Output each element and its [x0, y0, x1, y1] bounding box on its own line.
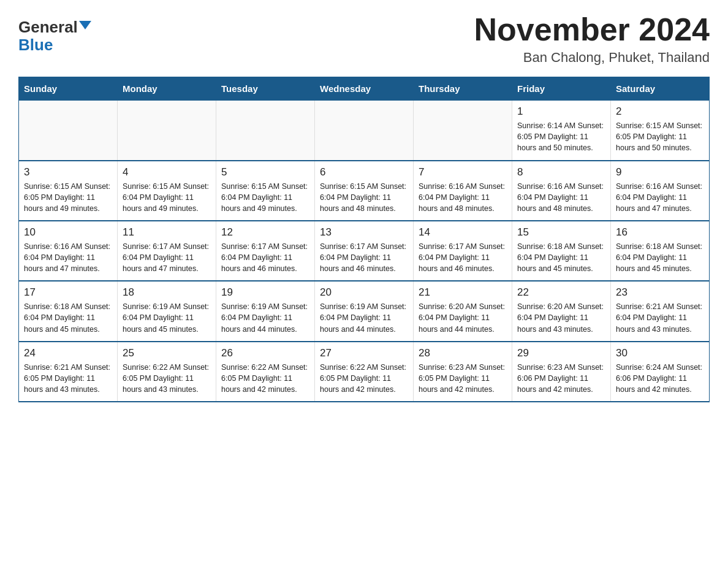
- day-info: Sunrise: 6:23 AM Sunset: 6:06 PM Dayligh…: [517, 362, 605, 395]
- day-info: Sunrise: 6:15 AM Sunset: 6:04 PM Dayligh…: [123, 181, 211, 214]
- calendar-cell: 30Sunrise: 6:24 AM Sunset: 6:06 PM Dayli…: [611, 342, 710, 402]
- logo: General Blue: [18, 18, 91, 53]
- calendar-cell: 4Sunrise: 6:15 AM Sunset: 6:04 PM Daylig…: [118, 161, 216, 221]
- day-number: 27: [320, 347, 408, 359]
- day-number: 7: [419, 166, 507, 178]
- day-number: 22: [517, 286, 605, 299]
- calendar-cell: 9Sunrise: 6:16 AM Sunset: 6:04 PM Daylig…: [611, 161, 710, 221]
- calendar-cell: 10Sunrise: 6:16 AM Sunset: 6:04 PM Dayli…: [19, 221, 118, 281]
- day-info: Sunrise: 6:16 AM Sunset: 6:04 PM Dayligh…: [24, 241, 112, 274]
- day-number: 8: [517, 166, 605, 178]
- day-info: Sunrise: 6:17 AM Sunset: 6:04 PM Dayligh…: [123, 241, 211, 274]
- calendar-cell: [216, 101, 315, 161]
- day-info: Sunrise: 6:22 AM Sunset: 6:05 PM Dayligh…: [221, 362, 309, 395]
- day-number: 6: [320, 166, 408, 178]
- calendar-cell: 8Sunrise: 6:16 AM Sunset: 6:04 PM Daylig…: [512, 161, 611, 221]
- day-number: 1: [517, 105, 605, 118]
- calendar-cell: 27Sunrise: 6:22 AM Sunset: 6:05 PM Dayli…: [315, 342, 414, 402]
- day-info: Sunrise: 6:17 AM Sunset: 6:04 PM Dayligh…: [320, 241, 408, 274]
- day-info: Sunrise: 6:15 AM Sunset: 6:04 PM Dayligh…: [320, 181, 408, 214]
- day-number: 9: [616, 166, 704, 178]
- calendar-cell: 14Sunrise: 6:17 AM Sunset: 6:04 PM Dayli…: [414, 221, 512, 281]
- calendar-cell: 16Sunrise: 6:18 AM Sunset: 6:04 PM Dayli…: [611, 221, 710, 281]
- header-monday: Monday: [118, 77, 216, 101]
- calendar-cell: 20Sunrise: 6:19 AM Sunset: 6:04 PM Dayli…: [315, 281, 414, 341]
- day-info: Sunrise: 6:17 AM Sunset: 6:04 PM Dayligh…: [221, 241, 309, 274]
- header-sunday: Sunday: [19, 77, 118, 101]
- calendar-cell: 19Sunrise: 6:19 AM Sunset: 6:04 PM Dayli…: [216, 281, 315, 341]
- day-number: 21: [419, 286, 507, 299]
- header: General Blue November 2024 Ban Chalong, …: [18, 12, 710, 66]
- calendar-cell: 26Sunrise: 6:22 AM Sunset: 6:05 PM Dayli…: [216, 342, 315, 402]
- calendar-week-row: 1Sunrise: 6:14 AM Sunset: 6:05 PM Daylig…: [19, 101, 710, 161]
- day-number: 17: [24, 286, 112, 299]
- calendar-cell: 13Sunrise: 6:17 AM Sunset: 6:04 PM Dayli…: [315, 221, 414, 281]
- day-info: Sunrise: 6:17 AM Sunset: 6:04 PM Dayligh…: [419, 241, 507, 274]
- day-number: 16: [616, 226, 704, 239]
- day-number: 19: [221, 286, 309, 299]
- logo-general-text: General: [18, 18, 78, 36]
- day-number: 18: [123, 286, 211, 299]
- logo-blue-text: Blue: [18, 36, 53, 54]
- calendar-table: SundayMondayTuesdayWednesdayThursdayFrid…: [18, 77, 710, 402]
- calendar-cell: 18Sunrise: 6:19 AM Sunset: 6:04 PM Dayli…: [118, 281, 216, 341]
- calendar-cell: 2Sunrise: 6:15 AM Sunset: 6:05 PM Daylig…: [611, 101, 710, 161]
- month-title: November 2024: [474, 12, 710, 47]
- day-info: Sunrise: 6:16 AM Sunset: 6:04 PM Dayligh…: [517, 181, 605, 214]
- day-info: Sunrise: 6:15 AM Sunset: 6:05 PM Dayligh…: [616, 120, 704, 153]
- header-wednesday: Wednesday: [315, 77, 414, 101]
- day-number: 4: [123, 166, 211, 178]
- day-info: Sunrise: 6:21 AM Sunset: 6:05 PM Dayligh…: [24, 362, 112, 395]
- calendar-week-row: 10Sunrise: 6:16 AM Sunset: 6:04 PM Dayli…: [19, 221, 710, 281]
- day-info: Sunrise: 6:20 AM Sunset: 6:04 PM Dayligh…: [419, 301, 507, 334]
- calendar-cell: 6Sunrise: 6:15 AM Sunset: 6:04 PM Daylig…: [315, 161, 414, 221]
- calendar-cell: 12Sunrise: 6:17 AM Sunset: 6:04 PM Dayli…: [216, 221, 315, 281]
- day-info: Sunrise: 6:18 AM Sunset: 6:04 PM Dayligh…: [24, 301, 112, 334]
- calendar-cell: 22Sunrise: 6:20 AM Sunset: 6:04 PM Dayli…: [512, 281, 611, 341]
- title-area: November 2024 Ban Chalong, Phuket, Thail…: [474, 12, 710, 66]
- day-number: 26: [221, 347, 309, 359]
- location-title: Ban Chalong, Phuket, Thailand: [474, 50, 710, 66]
- day-number: 5: [221, 166, 309, 178]
- day-number: 15: [517, 226, 605, 239]
- day-info: Sunrise: 6:18 AM Sunset: 6:04 PM Dayligh…: [517, 241, 605, 274]
- day-info: Sunrise: 6:19 AM Sunset: 6:04 PM Dayligh…: [123, 301, 211, 334]
- header-thursday: Thursday: [414, 77, 512, 101]
- calendar-cell: [118, 101, 216, 161]
- day-info: Sunrise: 6:15 AM Sunset: 6:04 PM Dayligh…: [221, 181, 309, 214]
- calendar-cell: 15Sunrise: 6:18 AM Sunset: 6:04 PM Dayli…: [512, 221, 611, 281]
- calendar-cell: 29Sunrise: 6:23 AM Sunset: 6:06 PM Dayli…: [512, 342, 611, 402]
- calendar-cell: 23Sunrise: 6:21 AM Sunset: 6:04 PM Dayli…: [611, 281, 710, 341]
- day-number: 30: [616, 347, 704, 359]
- day-number: 14: [419, 226, 507, 239]
- day-number: 28: [419, 347, 507, 359]
- calendar-cell: [19, 101, 118, 161]
- day-number: 11: [123, 226, 211, 239]
- day-number: 10: [24, 226, 112, 239]
- day-info: Sunrise: 6:19 AM Sunset: 6:04 PM Dayligh…: [320, 301, 408, 334]
- day-info: Sunrise: 6:24 AM Sunset: 6:06 PM Dayligh…: [616, 362, 704, 395]
- day-info: Sunrise: 6:21 AM Sunset: 6:04 PM Dayligh…: [616, 301, 704, 334]
- header-tuesday: Tuesday: [216, 77, 315, 101]
- calendar-cell: [414, 101, 512, 161]
- day-info: Sunrise: 6:23 AM Sunset: 6:05 PM Dayligh…: [419, 362, 507, 395]
- calendar-cell: 7Sunrise: 6:16 AM Sunset: 6:04 PM Daylig…: [414, 161, 512, 221]
- calendar-cell: 25Sunrise: 6:22 AM Sunset: 6:05 PM Dayli…: [118, 342, 216, 402]
- day-number: 23: [616, 286, 704, 299]
- day-info: Sunrise: 6:16 AM Sunset: 6:04 PM Dayligh…: [616, 181, 704, 214]
- day-info: Sunrise: 6:19 AM Sunset: 6:04 PM Dayligh…: [221, 301, 309, 334]
- day-info: Sunrise: 6:15 AM Sunset: 6:05 PM Dayligh…: [24, 181, 112, 214]
- calendar-cell: 5Sunrise: 6:15 AM Sunset: 6:04 PM Daylig…: [216, 161, 315, 221]
- day-info: Sunrise: 6:20 AM Sunset: 6:04 PM Dayligh…: [517, 301, 605, 334]
- calendar-cell: 3Sunrise: 6:15 AM Sunset: 6:05 PM Daylig…: [19, 161, 118, 221]
- calendar-week-row: 24Sunrise: 6:21 AM Sunset: 6:05 PM Dayli…: [19, 342, 710, 402]
- day-info: Sunrise: 6:16 AM Sunset: 6:04 PM Dayligh…: [419, 181, 507, 214]
- day-info: Sunrise: 6:18 AM Sunset: 6:04 PM Dayligh…: [616, 241, 704, 274]
- calendar-cell: 28Sunrise: 6:23 AM Sunset: 6:05 PM Dayli…: [414, 342, 512, 402]
- day-info: Sunrise: 6:22 AM Sunset: 6:05 PM Dayligh…: [123, 362, 211, 395]
- calendar-week-row: 17Sunrise: 6:18 AM Sunset: 6:04 PM Dayli…: [19, 281, 710, 341]
- calendar-cell: 17Sunrise: 6:18 AM Sunset: 6:04 PM Dayli…: [19, 281, 118, 341]
- day-number: 12: [221, 226, 309, 239]
- calendar-week-row: 3Sunrise: 6:15 AM Sunset: 6:05 PM Daylig…: [19, 161, 710, 221]
- day-info: Sunrise: 6:22 AM Sunset: 6:05 PM Dayligh…: [320, 362, 408, 395]
